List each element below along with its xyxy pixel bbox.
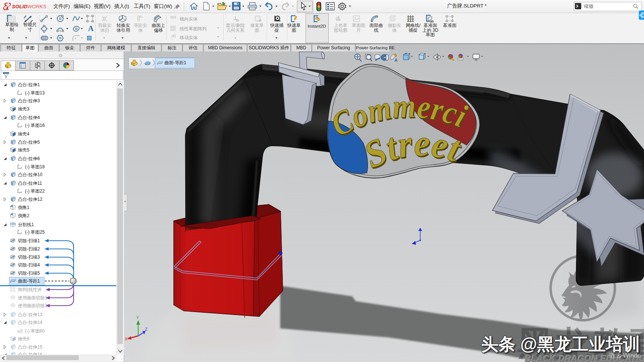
svg-text:Z: Z	[145, 327, 148, 331]
svg-text:A: A	[394, 58, 397, 62]
svg-text:X: X	[125, 337, 128, 341]
svg-text:SOLID: SOLID	[12, 4, 28, 9]
svg-text:3D: 3D	[430, 20, 434, 23]
svg-text:Y: Y	[136, 315, 139, 320]
svg-text:WORKS: WORKS	[27, 4, 46, 9]
